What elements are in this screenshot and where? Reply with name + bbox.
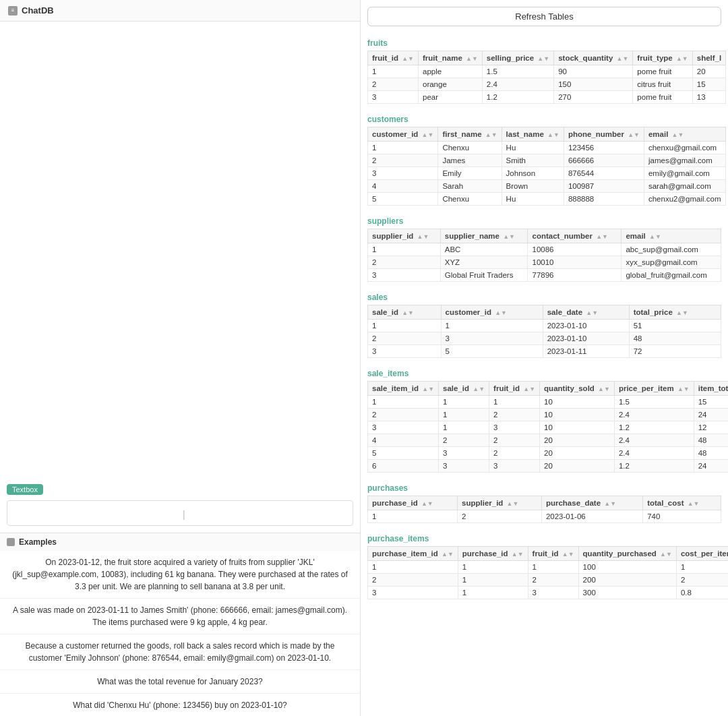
table-cell: 1 (368, 65, 419, 78)
col-sup-email[interactable]: email ▲▼ (621, 229, 721, 243)
example-item-4[interactable]: What was the total revenue for January 2… (0, 670, 360, 694)
purchase-items-table-title: purchase_items (367, 533, 721, 545)
table-cell: 2 (368, 574, 458, 587)
table-cell: Chenxu (438, 142, 502, 154)
example-item-3[interactable]: Because a customer returned the goods, r… (0, 634, 360, 670)
col-first-name[interactable]: first_name ▲▼ (438, 127, 502, 142)
col-si-fruit-id[interactable]: fruit_id ▲▼ (489, 382, 540, 396)
col-phone-number[interactable]: phone_number ▲▼ (564, 127, 644, 142)
customers-table-title: customers (367, 113, 721, 125)
table-cell: 3 (439, 460, 489, 473)
col-sale-date[interactable]: sale_date ▲▼ (543, 305, 629, 320)
table-cell: 1.5 (614, 396, 694, 409)
table-cell: 1 (439, 396, 489, 409)
table-cell: 3 (441, 332, 543, 345)
table-cell: chenxu2@gmail.com (644, 193, 725, 206)
example-item-5[interactable]: What did 'Chenxu Hu' (phone: 123456) buy… (0, 694, 360, 716)
col-quantity-purchased[interactable]: quantity_purchased ▲▼ (578, 547, 676, 561)
table-cell: Emily (438, 167, 502, 180)
refresh-tables-button[interactable]: Refresh Tables (367, 7, 721, 26)
table-cell: 90 (554, 65, 633, 78)
col-pi-id[interactable]: purchase_item_id ▲▼ (368, 547, 458, 561)
purchases-table-section: purchases purchase_id ▲▼ supplier_id ▲▼ … (367, 482, 721, 525)
col-supplier-name[interactable]: supplier_name ▲▼ (440, 229, 528, 243)
col-total-cost[interactable]: total_cost ▲▼ (643, 496, 721, 510)
suppliers-table: supplier_id ▲▼ supplier_name ▲▼ contact_… (367, 229, 721, 282)
table-cell: 3 (368, 269, 441, 282)
table-row: 3pear1.2270pome fruit13 (368, 91, 726, 104)
col-shelf-l[interactable]: shelf_l (692, 51, 725, 65)
table-row: 1ABC10086abc_sup@gmail.com (368, 243, 721, 256)
table-cell: 1 (528, 561, 578, 574)
col-supplier-id[interactable]: supplier_id ▲▼ (368, 229, 441, 243)
table-cell: global_fruit@gmail.com (621, 269, 721, 282)
table-cell: 2 (489, 447, 540, 460)
example-item-2[interactable]: A sale was made on 2023-01-11 to James S… (0, 599, 360, 634)
table-cell: 3 (489, 460, 540, 473)
col-total-price[interactable]: total_price ▲▼ (629, 305, 721, 320)
table-cell: Brown (502, 180, 564, 193)
col-selling-price[interactable]: selling_price ▲▼ (482, 51, 553, 65)
table-cell: 1 (368, 142, 438, 154)
table-cell: abc_sup@gmail.com (621, 243, 721, 256)
table-cell: 123456 (564, 142, 644, 154)
col-cost-per-item[interactable]: cost_per_item (676, 547, 728, 561)
col-fruit-id[interactable]: fruit_id ▲▼ (368, 51, 419, 65)
col-pi-fruit-id[interactable]: fruit_id ▲▼ (528, 547, 578, 561)
table-cell: Hu (502, 142, 564, 154)
table-cell: 4 (368, 434, 439, 447)
table-cell: 3 (368, 167, 438, 180)
col-pur-supplier-id[interactable]: supplier_id ▲▼ (458, 496, 542, 510)
col-email[interactable]: email ▲▼ (644, 127, 725, 142)
textbox-input[interactable]: | (7, 500, 353, 526)
table-cell: 2 (368, 256, 441, 269)
table-cell: 1 (368, 243, 441, 256)
table-cell: 15 (694, 396, 728, 409)
col-fruit-type[interactable]: fruit_type ▲▼ (633, 51, 692, 65)
col-contact-number[interactable]: contact_number ▲▼ (528, 229, 621, 243)
col-purchase-date[interactable]: purchase_date ▲▼ (541, 496, 642, 510)
table-cell: 3 (368, 345, 442, 358)
col-fruit-name[interactable]: fruit_name ▲▼ (419, 51, 483, 65)
col-sale-customer-id[interactable]: customer_id ▲▼ (441, 305, 543, 320)
col-price-per-item[interactable]: price_per_item ▲▼ (614, 382, 694, 396)
examples-section: Examples On 2023-01-12, the fruit store … (0, 533, 360, 716)
purchases-table: purchase_id ▲▼ supplier_id ▲▼ purchase_d… (367, 496, 721, 523)
col-si-sale-id[interactable]: sale_id ▲▼ (439, 382, 489, 396)
col-sale-item-id[interactable]: sale_item_id ▲▼ (368, 382, 439, 396)
table-row: 2122002 (368, 574, 729, 587)
col-customer-id[interactable]: customer_id ▲▼ (368, 127, 438, 142)
table-cell: 888888 (564, 193, 644, 206)
table-cell: 2.4 (614, 434, 694, 447)
table-cell: 666666 (564, 154, 644, 167)
table-row: 1ChenxuHu123456chenxu@gmail.com (368, 142, 726, 154)
table-cell: 13 (692, 91, 725, 104)
table-cell: 24 (694, 409, 728, 421)
table-cell: 20 (692, 65, 725, 78)
col-purchase-id[interactable]: purchase_id ▲▼ (368, 496, 458, 510)
table-cell: 2 (528, 574, 578, 587)
table-cell: 48 (694, 434, 728, 447)
col-pi-purchase-id[interactable]: purchase_id ▲▼ (458, 547, 528, 561)
sales-table-section: sales sale_id ▲▼ customer_id ▲▼ sale_dat… (367, 291, 721, 359)
suppliers-table-title: suppliers (367, 215, 721, 227)
col-sale-id[interactable]: sale_id ▲▼ (368, 305, 442, 320)
table-cell: 24 (694, 460, 728, 473)
table-cell: 72 (629, 345, 721, 358)
table-row: 122023-01-06740 (368, 510, 721, 523)
sale-items-table-title: sale_items (367, 367, 721, 380)
table-cell: 1.2 (614, 460, 694, 473)
customers-table: customer_id ▲▼ first_name ▲▼ last_name ▲… (367, 127, 726, 206)
example-item-1[interactable]: On 2023-01-12, the fruit store acquired … (0, 551, 360, 599)
col-quantity-sold[interactable]: quantity_sold ▲▼ (540, 382, 615, 396)
table-cell: 10010 (528, 256, 621, 269)
col-item-tot[interactable]: item_tot (694, 382, 728, 396)
col-stock-quantity[interactable]: stock_quantity ▲▼ (554, 51, 633, 65)
table-row: 1111001 (368, 561, 729, 574)
table-cell: 2.4 (614, 409, 694, 421)
table-cell: 15 (692, 78, 725, 91)
table-cell: citrus fruit (633, 78, 692, 91)
table-cell: 2 (368, 78, 419, 91)
col-last-name[interactable]: last_name ▲▼ (502, 127, 564, 142)
table-cell: 1 (458, 574, 528, 587)
